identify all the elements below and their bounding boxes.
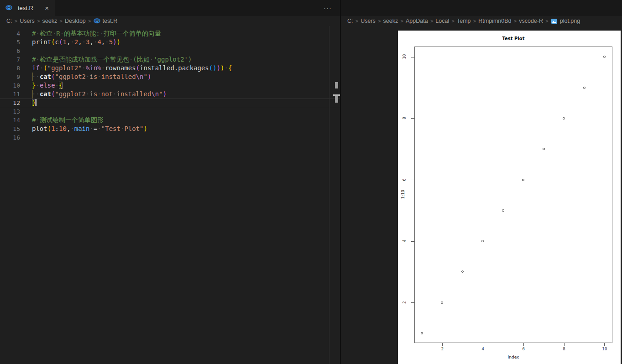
code-token: ) — [117, 38, 120, 46]
breadcrumb-item[interactable]: Rtmpimn0Bd — [478, 18, 511, 24]
code-line[interactable]: 4#·检查·R·的基本功能:·打印一个简单的向量 — [0, 29, 340, 38]
code-editor[interactable]: 4#·检查·R·的基本功能:·打印一个简单的向量5print(c(1,·2,·3… — [0, 26, 340, 364]
data-point — [522, 179, 524, 181]
code-line[interactable]: 8if·("ggplot2"·%in%·rownames(installed.p… — [0, 64, 340, 73]
code-text[interactable]: #·测试绘制一个简单图形 — [20, 116, 340, 125]
code-line[interactable]: 9··cat("ggplot2·is·installed\n") — [0, 73, 340, 81]
line-number[interactable]: 13 — [0, 107, 20, 116]
whitespace-dot: · — [89, 125, 93, 132]
code-text[interactable]: print(c(1,·2,·3,·4,·5)) — [20, 38, 340, 47]
breadcrumb-item[interactable]: vscode-R — [519, 18, 543, 24]
code-line[interactable]: 5print(c(1,·2,·3,·4,·5)) — [0, 38, 340, 47]
code-line[interactable]: 13 — [0, 107, 340, 116]
code-text[interactable] — [20, 107, 340, 116]
plot-image: Test Plot246810246810Index1:10 — [398, 31, 621, 364]
code-token: ) — [163, 90, 167, 98]
whitespace-dot: · — [97, 125, 101, 132]
code-text[interactable]: ··cat("ggplot2·is·installed\n") — [20, 73, 340, 81]
line-number[interactable]: 10 — [0, 81, 20, 90]
line-number[interactable]: 9 — [0, 73, 20, 81]
code-token: R — [56, 30, 60, 37]
breadcrumb-item[interactable]: plot.png — [560, 18, 580, 24]
code-token: 的基本功能: — [64, 30, 99, 37]
chevron-right-icon: > — [57, 18, 65, 24]
data-point — [543, 148, 545, 150]
line-number[interactable]: 4 — [0, 29, 20, 38]
line-number[interactable]: 8 — [0, 64, 20, 73]
y-tick-label: 2 — [402, 297, 407, 308]
x-axis-title: Index — [414, 355, 612, 359]
code-text[interactable]: #·检查·R·的基本功能:·打印一个简单的向量 — [20, 29, 340, 38]
code-token: 1 — [63, 38, 66, 46]
code-line[interactable]: 11··cat("ggplot2·is·not·installed\n") — [0, 90, 340, 99]
code-line[interactable]: 14#·测试绘制一个简单图形 — [0, 116, 340, 125]
code-token: 10 — [59, 125, 67, 132]
tab-test-r[interactable]: R test.R × — [0, 0, 55, 16]
breadcrumb-item[interactable]: C: — [347, 18, 353, 24]
more-actions-icon[interactable]: ··· — [324, 0, 340, 16]
breadcrumb-item[interactable]: Users — [20, 18, 35, 24]
chevron-right-icon: > — [471, 18, 479, 24]
y-axis-title: 1:10 — [401, 187, 405, 201]
line-number[interactable]: 14 — [0, 116, 20, 125]
code-token: "ggplot2" — [47, 64, 82, 72]
close-icon[interactable]: × — [43, 4, 50, 12]
code-token: ( — [47, 125, 51, 132]
x-axis-tick — [523, 343, 524, 346]
breadcrumb-item[interactable]: Desktop — [65, 18, 86, 24]
code-token: Plot" — [124, 125, 143, 132]
code-token: 检查是否能成功加载一个常见包 — [40, 56, 129, 63]
code-token: , — [78, 38, 82, 46]
breadcrumb-item[interactable]: Users — [361, 18, 376, 24]
image-preview-pane[interactable]: Test Plot246810246810Index1:10 — [341, 26, 622, 364]
line-number[interactable]: 5 — [0, 38, 20, 47]
r-logo-icon: R — [94, 18, 100, 25]
breadcrumb-item[interactable]: seekz — [42, 18, 57, 24]
plot-border-box — [414, 47, 612, 343]
code-text[interactable]: #·检查是否能成功加载一个常见包·(比如·'ggplot2') — [20, 55, 340, 64]
code-text[interactable]: ··cat("ggplot2·is·not·installed\n") — [20, 90, 340, 99]
code-text[interactable] — [20, 133, 340, 142]
code-text[interactable]: } — [20, 99, 340, 107]
line-number[interactable]: 16 — [0, 133, 20, 142]
breadcrumb-item[interactable]: C: — [6, 18, 12, 24]
breadcrumb-item[interactable]: test.R — [103, 18, 118, 24]
whitespace-dot: · — [105, 38, 109, 46]
breadcrumb-item[interactable]: Temp — [457, 18, 471, 24]
code-line[interactable]: 10}·else·{ — [0, 81, 340, 90]
x-tick-label: 4 — [477, 347, 488, 351]
code-line[interactable]: 6 — [0, 47, 340, 55]
line-number[interactable]: 6 — [0, 47, 20, 55]
breadcrumb-item[interactable]: seekz — [383, 18, 398, 24]
code-token: ) — [144, 125, 147, 132]
whitespace-dot: · — [36, 82, 39, 89]
breadcrumb-item[interactable]: Local — [435, 18, 449, 24]
line-number[interactable]: 11 — [0, 90, 20, 99]
code-line[interactable]: 12} — [0, 99, 340, 107]
code-line[interactable]: 15plot(1:10,·main·=·"Test·Plot") — [0, 125, 340, 133]
y-axis-tick — [411, 302, 414, 303]
breadcrumb-item[interactable]: AppData — [406, 18, 428, 24]
data-point — [421, 332, 423, 334]
data-point — [502, 209, 504, 212]
chart-title: Test Plot — [414, 36, 612, 41]
code-line[interactable]: 7#·检查是否能成功加载一个常见包·(比如·'ggplot2') — [0, 55, 340, 64]
code-line[interactable]: 16 — [0, 133, 340, 142]
line-number[interactable]: 7 — [0, 55, 20, 64]
code-token: rownames — [105, 64, 136, 72]
code-text[interactable] — [20, 47, 340, 55]
code-token: 打印一个简单的向量 — [104, 30, 161, 37]
code-token: 测试绘制一个简单图形 — [40, 116, 104, 124]
whitespace-dot: · — [36, 90, 39, 98]
code-token: ( — [43, 64, 47, 72]
y-tick-label: 4 — [402, 235, 407, 246]
code-token: print — [32, 38, 51, 46]
image-icon — [551, 18, 558, 25]
x-tick-label: 6 — [518, 347, 529, 351]
line-number[interactable]: 12 — [0, 99, 20, 107]
line-number[interactable]: 15 — [0, 125, 20, 133]
code-text[interactable]: if·("ggplot2"·%in%·rownames(installed.pa… — [20, 64, 340, 73]
whitespace-dot: · — [97, 90, 101, 98]
code-text[interactable]: plot(1:10,·main·=·"Test·Plot") — [20, 125, 340, 133]
code-text[interactable]: }·else·{ — [20, 81, 340, 90]
